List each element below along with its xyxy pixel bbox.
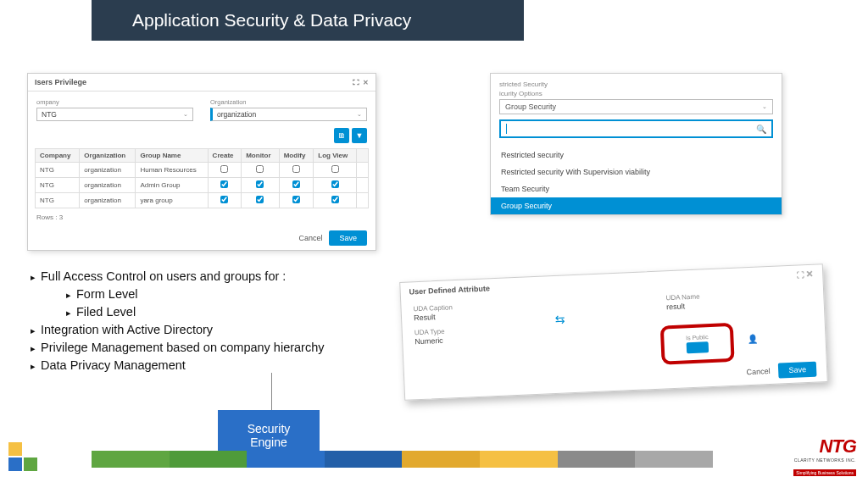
bullet: Full Access Control on users and groups … [31, 268, 325, 286]
security-dropdown[interactable]: Group Security⌄ [499, 99, 773, 114]
bullet: Form Level [66, 286, 325, 303]
bullet: Integration with Active Directory [31, 321, 325, 339]
search-icon: 🔍 [756, 125, 766, 134]
user-icon: 👤 [747, 335, 757, 345]
logview-check[interactable] [331, 196, 339, 203]
window-controls[interactable]: ⛶ ✕ [797, 270, 815, 280]
public-toggle[interactable] [687, 341, 709, 353]
slide-title: Application Security & Data Privacy [92, 0, 524, 41]
option-item[interactable]: Restricted security [491, 147, 782, 164]
export-icon[interactable]: 🗎 [334, 128, 349, 143]
window-controls[interactable]: ⛶✕ [349, 78, 369, 86]
bullet: Privilege Management based on company hi… [31, 339, 325, 357]
table-row: NTGorganizationHuman Resources [36, 163, 369, 178]
options-label: icurity Options [499, 90, 773, 97]
create-check[interactable] [220, 196, 228, 203]
chevron-down-icon: ⌄ [762, 103, 767, 110]
chevron-down-icon: ⌄ [183, 111, 188, 118]
close-icon[interactable]: ✕ [363, 79, 369, 86]
ntg-logo: NTG CLARITY NETWORKS INC. Simplifying Bu… [793, 435, 856, 478]
swap-icon[interactable]: ⇆ [554, 312, 565, 326]
security-options-panel: stricted Security icurity Options Group … [490, 73, 782, 215]
rows-count: Rows : 3 [28, 208, 376, 226]
panel-title: Isers Privilege [35, 78, 86, 86]
caption-value: Result [414, 312, 453, 322]
options-list: Restricted security Restricted security … [491, 147, 782, 214]
option-item[interactable]: Restricted security With Supervision via… [491, 164, 782, 180]
filter-icon[interactable]: ▼ [352, 128, 367, 143]
modify-check[interactable] [292, 196, 300, 203]
modify-check[interactable] [292, 165, 300, 173]
search-input[interactable]: 🔍 [499, 119, 773, 138]
public-label: Is Public [686, 334, 709, 341]
connector-line [271, 373, 272, 410]
monitor-check[interactable] [256, 196, 264, 203]
panel-header: Isers Privilege ⛶✕ [28, 74, 376, 92]
bullet: Filed Level [66, 303, 325, 321]
modify-check[interactable] [292, 180, 300, 188]
save-button[interactable]: Save [329, 230, 367, 246]
logview-check[interactable] [331, 165, 339, 173]
color-strip [92, 451, 868, 468]
option-item-selected[interactable]: Group Security [491, 197, 782, 214]
logview-check[interactable] [331, 180, 339, 188]
create-check[interactable] [220, 165, 228, 173]
chevron-down-icon: ⌄ [357, 111, 362, 118]
name-label: UDA Name [665, 293, 699, 302]
monitor-check[interactable] [256, 180, 264, 188]
privilege-table: CompanyOrganizationGroup NameCreateMonit… [35, 148, 369, 208]
create-check[interactable] [220, 180, 228, 188]
org-label: Organization [210, 98, 367, 106]
name-value: result [666, 302, 700, 312]
type-value: Numeric [415, 336, 454, 346]
table-row: NTGorganizationyara group [36, 193, 369, 208]
feature-bullets: Full Access Control on users and groups … [31, 268, 325, 374]
company-label: ompany [36, 98, 193, 106]
org-select[interactable]: organization⌄ [210, 108, 367, 121]
uda-header: User Defined Attribute [409, 284, 490, 296]
users-privilege-panel: Isers Privilege ⛶✕ ompany NTG⌄ Organizat… [27, 73, 376, 251]
option-item[interactable]: Team Security [491, 180, 782, 197]
uda-panel: User Defined Attribute⛶ ✕ UDA Caption Re… [399, 263, 828, 401]
logo-blocks [8, 442, 37, 471]
maximize-icon[interactable]: ⛶ [353, 79, 359, 86]
is-public-highlight: Is Public [660, 323, 735, 365]
restricted-label: stricted Security [499, 80, 773, 88]
cancel-button[interactable]: Cancel [746, 367, 770, 376]
monitor-check[interactable] [256, 165, 264, 173]
save-button[interactable]: Save [778, 362, 816, 379]
bullet: Data Privacy Management [31, 357, 325, 374]
table-row: NTGorganizationAdmin Group [36, 178, 369, 193]
company-select[interactable]: NTG⌄ [36, 108, 193, 121]
cancel-button[interactable]: Cancel [298, 234, 322, 242]
